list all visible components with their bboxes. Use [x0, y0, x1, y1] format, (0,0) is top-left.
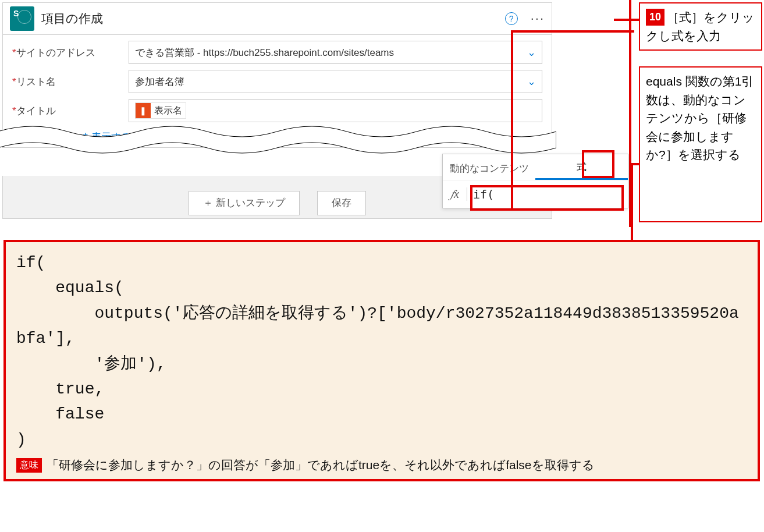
- step-number-badge: 10: [646, 9, 664, 26]
- expression-popup: 動的なコンテンツ 式 𝑓x if(: [442, 154, 628, 208]
- dynamic-content-token[interactable]: ❚ 表示名: [135, 102, 186, 119]
- input-list-name[interactable]: 参加者名簿 ⌄: [129, 70, 542, 93]
- more-menu-icon[interactable]: ···: [531, 11, 545, 26]
- code-example-box: if( equals( outputs('応答の詳細を取得する')?['body…: [3, 240, 760, 481]
- meaning-label-badge: 意味: [16, 458, 42, 473]
- chevron-down-icon[interactable]: ⌄: [527, 46, 536, 59]
- office-icon: ❚: [136, 103, 151, 118]
- label-list-name: *リスト名: [12, 75, 129, 88]
- action-title: 項目の作成: [41, 10, 505, 27]
- action-card-body: *サイトのアドレス できる営業部 - https://buch255.share…: [3, 35, 552, 147]
- save-button[interactable]: 保存: [317, 191, 366, 215]
- flow-canvas: 項目の作成 ? ··· *サイトのアドレス できる営業部 - https://b…: [0, 0, 631, 227]
- action-card-create-item: 項目の作成 ? ··· *サイトのアドレス できる営業部 - https://b…: [2, 2, 552, 148]
- sharepoint-icon: [10, 6, 34, 31]
- tab-dynamic-content[interactable]: 動的なコンテンツ: [443, 162, 535, 180]
- new-step-button[interactable]: ＋ 新しいステップ: [189, 191, 300, 215]
- tab-expression[interactable]: 式: [535, 160, 628, 180]
- code-text: if( equals( outputs('応答の詳細を取得する')?['body…: [16, 250, 747, 452]
- show-advanced-options-link[interactable]: 詳細オプションを表示する ⌄: [12, 128, 140, 145]
- value-list-name: 参加者名簿: [135, 75, 184, 88]
- value-site-address: できる営業部 - https://buch255.sharepoint.com/…: [135, 46, 394, 59]
- action-card-header[interactable]: 項目の作成 ? ···: [3, 3, 552, 35]
- token-label: 表示名: [154, 105, 182, 117]
- label-site-address: *サイトのアドレス: [12, 46, 129, 59]
- label-title: *タイトル: [12, 104, 129, 118]
- chevron-down-icon[interactable]: ⌄: [527, 75, 536, 88]
- chevron-down-icon: ⌄: [134, 133, 140, 141]
- help-icon[interactable]: ?: [505, 12, 518, 25]
- expression-input[interactable]: if(: [467, 187, 628, 201]
- annotation-step-10: 10［式］をクリックし式を入力: [639, 2, 762, 51]
- meaning-text: 「研修会に参加しますか？」の回答が「参加」であればtrueを、それ以外であればf…: [47, 457, 595, 473]
- annotation-equals-explain: equals 関数の第1引数は、動的なコンテンツから［研修会に参加しますか?］を…: [639, 66, 762, 222]
- fx-icon: 𝑓x: [443, 187, 467, 201]
- input-title[interactable]: ❚ 表示名: [129, 99, 542, 122]
- input-site-address[interactable]: できる営業部 - https://buch255.sharepoint.com/…: [129, 41, 542, 64]
- annotation-explain-text: equals 関数の第1引数は、動的なコンテンツから［研修会に参加しますか?］を…: [646, 75, 754, 161]
